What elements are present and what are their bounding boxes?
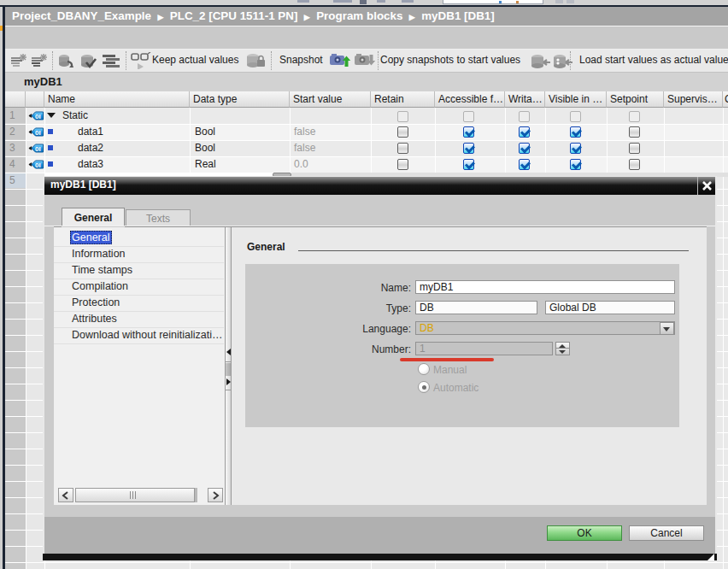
svg-text:0I: 0I xyxy=(35,129,41,137)
svg-text:0I: 0I xyxy=(35,161,41,169)
svg-text:0I: 0I xyxy=(35,113,41,120)
svg-text:0I: 0I xyxy=(35,145,41,153)
